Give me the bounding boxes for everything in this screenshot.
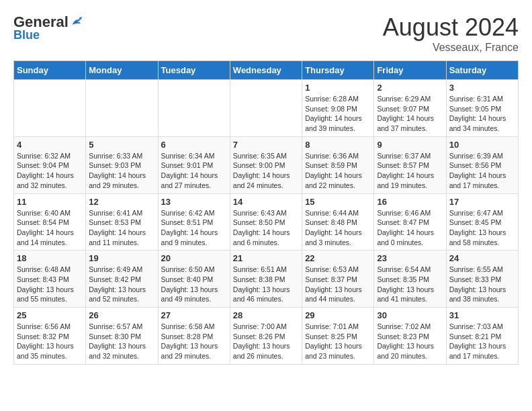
calendar-day-cell: 4Sunrise: 6:32 AM Sunset: 9:04 PM Daylig… bbox=[14, 136, 86, 193]
day-info: Sunrise: 6:32 AM Sunset: 9:04 PM Dayligh… bbox=[17, 151, 83, 191]
calendar-day-cell bbox=[86, 80, 158, 137]
calendar-day-header: Tuesday bbox=[158, 61, 230, 80]
day-info: Sunrise: 6:55 AM Sunset: 8:33 PM Dayligh… bbox=[449, 265, 515, 304]
calendar-week-row: 11Sunrise: 6:40 AM Sunset: 8:54 PM Dayli… bbox=[14, 193, 519, 250]
day-number: 17 bbox=[449, 197, 515, 207]
day-number: 2 bbox=[377, 83, 443, 93]
calendar-day-cell: 31Sunrise: 7:03 AM Sunset: 8:21 PM Dayli… bbox=[446, 308, 518, 365]
day-number: 4 bbox=[17, 140, 83, 150]
calendar-day-cell: 19Sunrise: 6:49 AM Sunset: 8:42 PM Dayli… bbox=[86, 250, 158, 308]
calendar-day-cell: 2Sunrise: 6:29 AM Sunset: 9:07 PM Daylig… bbox=[374, 80, 446, 137]
day-info: Sunrise: 6:39 AM Sunset: 8:56 PM Dayligh… bbox=[449, 151, 515, 191]
calendar-day-cell: 29Sunrise: 7:01 AM Sunset: 8:25 PM Dayli… bbox=[302, 308, 374, 365]
day-number: 20 bbox=[161, 253, 227, 263]
day-info: Sunrise: 6:47 AM Sunset: 8:45 PM Dayligh… bbox=[449, 208, 515, 248]
calendar-day-cell: 22Sunrise: 6:53 AM Sunset: 8:37 PM Dayli… bbox=[302, 250, 374, 308]
calendar-day-cell: 7Sunrise: 6:35 AM Sunset: 9:00 PM Daylig… bbox=[230, 136, 302, 193]
day-number: 30 bbox=[377, 310, 443, 320]
calendar-day-cell bbox=[230, 80, 302, 137]
calendar-day-cell: 14Sunrise: 6:43 AM Sunset: 8:50 PM Dayli… bbox=[230, 193, 302, 250]
calendar-day-header: Monday bbox=[86, 61, 158, 80]
location-heading: Vesseaux, France bbox=[383, 42, 519, 54]
calendar-day-cell: 8Sunrise: 6:36 AM Sunset: 8:59 PM Daylig… bbox=[302, 136, 374, 193]
calendar-table: SundayMondayTuesdayWednesdayThursdayFrid… bbox=[13, 60, 519, 365]
day-info: Sunrise: 7:02 AM Sunset: 8:23 PM Dayligh… bbox=[377, 322, 443, 361]
day-number: 6 bbox=[161, 140, 227, 150]
day-info: Sunrise: 7:00 AM Sunset: 8:26 PM Dayligh… bbox=[233, 322, 299, 361]
logo: General Blue bbox=[13, 13, 85, 42]
day-number: 1 bbox=[305, 83, 371, 93]
day-info: Sunrise: 6:51 AM Sunset: 8:38 PM Dayligh… bbox=[233, 265, 299, 304]
day-info: Sunrise: 6:43 AM Sunset: 8:50 PM Dayligh… bbox=[233, 208, 299, 248]
calendar-day-cell: 13Sunrise: 6:42 AM Sunset: 8:51 PM Dayli… bbox=[158, 193, 230, 250]
day-number: 19 bbox=[89, 253, 154, 263]
calendar-day-cell: 23Sunrise: 6:54 AM Sunset: 8:35 PM Dayli… bbox=[374, 250, 446, 308]
page-header: General Blue August 2024 Vesseaux, Franc… bbox=[13, 13, 519, 54]
logo-bird-icon bbox=[70, 15, 85, 30]
day-number: 5 bbox=[89, 140, 154, 150]
day-info: Sunrise: 6:36 AM Sunset: 8:59 PM Dayligh… bbox=[305, 151, 371, 191]
day-info: Sunrise: 6:34 AM Sunset: 9:01 PM Dayligh… bbox=[161, 151, 227, 191]
calendar-day-cell: 16Sunrise: 6:46 AM Sunset: 8:47 PM Dayli… bbox=[374, 193, 446, 250]
day-number: 26 bbox=[89, 310, 154, 320]
day-number: 24 bbox=[449, 253, 515, 263]
day-number: 15 bbox=[305, 197, 371, 207]
day-info: Sunrise: 7:01 AM Sunset: 8:25 PM Dayligh… bbox=[305, 322, 371, 361]
day-number: 7 bbox=[233, 140, 299, 150]
calendar-day-cell: 1Sunrise: 6:28 AM Sunset: 9:08 PM Daylig… bbox=[302, 80, 374, 137]
day-number: 25 bbox=[17, 310, 83, 320]
day-number: 16 bbox=[377, 197, 443, 207]
calendar-day-cell: 9Sunrise: 6:37 AM Sunset: 8:57 PM Daylig… bbox=[374, 136, 446, 193]
calendar-day-header: Wednesday bbox=[230, 61, 302, 80]
day-number: 22 bbox=[305, 253, 371, 263]
calendar-day-header: Saturday bbox=[446, 61, 518, 80]
day-number: 3 bbox=[449, 83, 515, 93]
day-number: 18 bbox=[17, 253, 83, 263]
calendar-day-cell: 11Sunrise: 6:40 AM Sunset: 8:54 PM Dayli… bbox=[14, 193, 86, 250]
calendar-week-row: 1Sunrise: 6:28 AM Sunset: 9:08 PM Daylig… bbox=[14, 80, 519, 137]
day-info: Sunrise: 6:31 AM Sunset: 9:05 PM Dayligh… bbox=[449, 94, 515, 134]
day-info: Sunrise: 6:57 AM Sunset: 8:30 PM Dayligh… bbox=[89, 322, 154, 361]
day-number: 21 bbox=[233, 253, 299, 263]
day-info: Sunrise: 6:35 AM Sunset: 9:00 PM Dayligh… bbox=[233, 151, 299, 191]
calendar-day-header: Friday bbox=[374, 61, 446, 80]
day-info: Sunrise: 6:54 AM Sunset: 8:35 PM Dayligh… bbox=[377, 265, 443, 304]
calendar-week-row: 4Sunrise: 6:32 AM Sunset: 9:04 PM Daylig… bbox=[14, 136, 519, 193]
calendar-day-cell: 28Sunrise: 7:00 AM Sunset: 8:26 PM Dayli… bbox=[230, 308, 302, 365]
calendar-day-cell: 15Sunrise: 6:44 AM Sunset: 8:48 PM Dayli… bbox=[302, 193, 374, 250]
calendar-day-cell: 12Sunrise: 6:41 AM Sunset: 8:53 PM Dayli… bbox=[86, 193, 158, 250]
day-info: Sunrise: 6:53 AM Sunset: 8:37 PM Dayligh… bbox=[305, 265, 371, 304]
calendar-day-header: Thursday bbox=[302, 61, 374, 80]
day-info: Sunrise: 6:28 AM Sunset: 9:08 PM Dayligh… bbox=[305, 94, 371, 134]
day-info: Sunrise: 6:48 AM Sunset: 8:43 PM Dayligh… bbox=[17, 265, 83, 304]
day-info: Sunrise: 7:03 AM Sunset: 8:21 PM Dayligh… bbox=[449, 322, 515, 361]
month-year-heading: August 2024 bbox=[383, 13, 519, 42]
calendar-day-cell: 20Sunrise: 6:50 AM Sunset: 8:40 PM Dayli… bbox=[158, 250, 230, 308]
calendar-day-cell: 24Sunrise: 6:55 AM Sunset: 8:33 PM Dayli… bbox=[446, 250, 518, 308]
day-info: Sunrise: 6:56 AM Sunset: 8:32 PM Dayligh… bbox=[17, 322, 83, 361]
day-number: 12 bbox=[89, 197, 154, 207]
day-info: Sunrise: 6:40 AM Sunset: 8:54 PM Dayligh… bbox=[17, 208, 83, 248]
logo-blue-text: Blue bbox=[13, 28, 40, 42]
day-number: 28 bbox=[233, 310, 299, 320]
calendar-header-row: SundayMondayTuesdayWednesdayThursdayFrid… bbox=[14, 61, 519, 80]
day-number: 8 bbox=[305, 140, 371, 150]
calendar-day-cell: 27Sunrise: 6:58 AM Sunset: 8:28 PM Dayli… bbox=[158, 308, 230, 365]
day-number: 27 bbox=[161, 310, 227, 320]
calendar-day-cell bbox=[158, 80, 230, 137]
day-info: Sunrise: 6:44 AM Sunset: 8:48 PM Dayligh… bbox=[305, 208, 371, 248]
calendar-week-row: 18Sunrise: 6:48 AM Sunset: 8:43 PM Dayli… bbox=[14, 250, 519, 308]
calendar-day-cell: 30Sunrise: 7:02 AM Sunset: 8:23 PM Dayli… bbox=[374, 308, 446, 365]
calendar-day-cell: 17Sunrise: 6:47 AM Sunset: 8:45 PM Dayli… bbox=[446, 193, 518, 250]
day-number: 9 bbox=[377, 140, 443, 150]
day-number: 11 bbox=[17, 197, 83, 207]
day-number: 29 bbox=[305, 310, 371, 320]
day-number: 10 bbox=[449, 140, 515, 150]
day-number: 31 bbox=[449, 310, 515, 320]
day-number: 13 bbox=[161, 197, 227, 207]
calendar-day-cell: 5Sunrise: 6:33 AM Sunset: 9:03 PM Daylig… bbox=[86, 136, 158, 193]
calendar-day-cell bbox=[14, 80, 86, 137]
day-info: Sunrise: 6:49 AM Sunset: 8:42 PM Dayligh… bbox=[89, 265, 154, 304]
day-info: Sunrise: 6:41 AM Sunset: 8:53 PM Dayligh… bbox=[89, 208, 154, 248]
calendar-day-cell: 3Sunrise: 6:31 AM Sunset: 9:05 PM Daylig… bbox=[446, 80, 518, 137]
